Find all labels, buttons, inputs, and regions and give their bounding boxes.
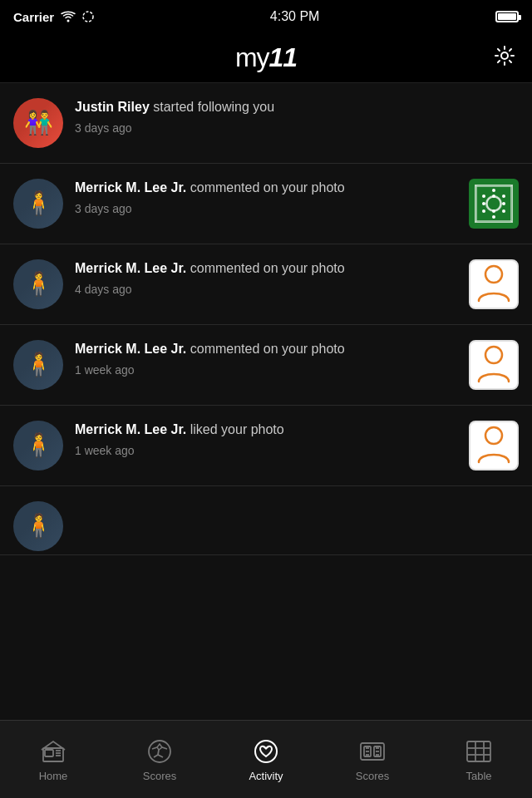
avatar [13, 98, 63, 148]
person-icon [475, 263, 512, 306]
person-silhouette-icon [470, 422, 517, 469]
activity-text: Justin Riley started following you [75, 98, 519, 116]
table-grid-icon [466, 738, 492, 765]
status-left: Carrier [13, 10, 94, 24]
list-item[interactable] [0, 486, 532, 555]
activity-thumbnail [469, 259, 519, 309]
settings-button[interactable] [494, 45, 515, 71]
activity-text: Merrick M. Lee Jr. commented on your pho… [75, 340, 457, 358]
person-silhouette-icon [470, 342, 517, 388]
scores-label-left: Scores [143, 770, 176, 782]
tab-scores-left[interactable]: Scores [106, 728, 213, 782]
activity-time: 3 days ago [75, 202, 457, 215]
username: Justin Riley [75, 100, 150, 114]
scoreboard-icon [359, 738, 386, 765]
list-item[interactable]: Merrick M. Lee Jr. commented on your pho… [0, 164, 532, 244]
svg-point-9 [502, 195, 505, 198]
svg-point-6 [492, 189, 495, 192]
person-icon [475, 424, 512, 467]
svg-point-18 [485, 427, 502, 444]
avatar [13, 259, 63, 309]
list-item[interactable]: Merrick M. Lee Jr. commented on your pho… [0, 244, 532, 325]
activity-time: 1 week ago [75, 363, 457, 377]
tab-bar: Home Scores Activity [0, 720, 532, 798]
svg-point-1 [83, 12, 93, 22]
activity-content: Merrick M. Lee Jr. commented on your pho… [75, 340, 457, 377]
avatar [13, 340, 63, 390]
action-text: commented on your photo [190, 261, 345, 275]
activity-text: Merrick M. Lee Jr. commented on your pho… [75, 179, 457, 197]
action-text: commented on your photo [190, 342, 345, 356]
person-icon [475, 343, 512, 387]
action-text: started following you [153, 100, 274, 114]
action-text: commented on your photo [190, 180, 345, 195]
activity-content: Merrick M. Lee Jr. commented on your pho… [75, 179, 457, 215]
activity-content: Merrick M. Lee Jr. commented on your pho… [75, 259, 457, 296]
activity-content: Merrick M. Lee Jr. liked your photo 1 we… [75, 421, 457, 457]
svg-point-14 [502, 209, 505, 213]
tab-table[interactable]: Table [426, 728, 532, 782]
svg-point-8 [492, 195, 495, 198]
status-bar: Carrier 4:30 PM [0, 0, 532, 33]
activity-thumbnail [469, 179, 519, 229]
app-logo: my11 [235, 42, 297, 73]
activity-time: 1 week ago [75, 444, 457, 457]
svg-point-5 [487, 197, 500, 210]
scores-label-right: Scores [356, 770, 389, 782]
table-label: Table [466, 770, 491, 782]
list-item[interactable]: Merrick M. Lee Jr. commented on your pho… [0, 325, 532, 406]
activity-text: Merrick M. Lee Jr. commented on your pho… [75, 259, 457, 278]
svg-point-17 [485, 347, 502, 363]
status-right [495, 11, 519, 22]
tab-home[interactable]: Home [0, 728, 106, 782]
gear-icon [494, 45, 515, 66]
activity-list: Justin Riley started following you 3 day… [0, 83, 532, 720]
action-text: liked your photo [190, 422, 284, 436]
svg-point-11 [502, 202, 505, 205]
username: Merrick M. Lee Jr. [75, 261, 186, 275]
list-item[interactable]: Justin Riley started following you 3 day… [0, 83, 532, 164]
svg-point-23 [255, 741, 277, 762]
soccer-field-icon [475, 185, 513, 223]
svg-marker-22 [157, 744, 162, 750]
activity-thumbnail [469, 340, 519, 390]
activity-indicator-icon [82, 11, 94, 22]
tab-activity[interactable]: Activity [213, 728, 319, 782]
list-item[interactable]: Merrick M. Lee Jr. liked your photo 1 we… [0, 406, 532, 486]
home-label: Home [39, 770, 68, 782]
svg-point-2 [501, 52, 508, 59]
carrier-label: Carrier [13, 10, 54, 24]
avatar [13, 179, 63, 229]
activity-time: 3 days ago [75, 121, 519, 135]
svg-point-10 [482, 202, 485, 205]
svg-point-16 [485, 266, 502, 283]
person-silhouette-icon [470, 261, 517, 308]
activity-thumbnail [469, 421, 519, 470]
activity-text: Merrick M. Lee Jr. liked your photo [75, 421, 457, 439]
activity-heart-icon [253, 738, 279, 765]
tab-scores-right[interactable]: Scores [319, 728, 426, 782]
avatar [13, 501, 63, 551]
svg-point-12 [482, 209, 485, 213]
app-header: my11 [0, 33, 532, 83]
username: Merrick M. Lee Jr. [75, 180, 186, 195]
username: Merrick M. Lee Jr. [75, 342, 186, 356]
svg-rect-33 [467, 741, 490, 761]
activity-time: 4 days ago [75, 283, 457, 296]
wifi-icon [61, 11, 76, 22]
svg-point-13 [492, 209, 495, 213]
avatar [13, 421, 63, 470]
home-icon [40, 738, 66, 765]
status-time: 4:30 PM [270, 9, 320, 24]
username: Merrick M. Lee Jr. [75, 422, 186, 436]
svg-point-0 [67, 20, 70, 22]
activity-content: Justin Riley started following you 3 day… [75, 98, 519, 135]
svg-point-7 [482, 195, 485, 198]
battery-icon [495, 11, 519, 22]
activity-label: Activity [249, 770, 283, 782]
soccer-field [475, 185, 513, 223]
svg-point-15 [492, 215, 495, 219]
soccer-ball-icon [146, 738, 173, 765]
svg-rect-20 [45, 750, 53, 756]
